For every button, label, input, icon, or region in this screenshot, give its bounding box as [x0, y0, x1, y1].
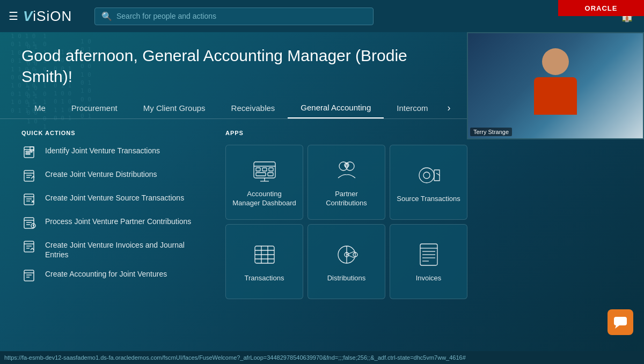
menu-icon[interactable]: ☰ — [9, 10, 19, 23]
accounting-dashboard-icon — [251, 157, 279, 184]
svg-rect-25 — [24, 270, 34, 281]
quick-actions-title: QUICK ACTIONS — [21, 130, 193, 136]
app-tile-accounting-dashboard[interactable]: Accounting Manager Dashboard — [225, 145, 303, 220]
svg-point-40 — [345, 163, 349, 167]
app-tile-label-5: Invoices — [416, 274, 442, 283]
topbar: ORACLE ☰ ViSiON 🔍 🏠 — [0, 0, 644, 32]
source-tx-icon — [21, 192, 39, 207]
quick-action-partner-contrib[interactable]: Process Joint Venture Partner Contributi… — [21, 216, 193, 231]
invoices-app-icon — [415, 241, 443, 269]
brand-name: ViSiON — [23, 8, 72, 25]
app-tile-label-0: Accounting Manager Dashboard — [232, 190, 296, 208]
svg-rect-33 — [269, 168, 273, 171]
accounting-icon — [21, 268, 39, 283]
quick-action-distributions[interactable]: Create Joint Venture Distributions — [21, 168, 193, 183]
person-silhouette — [523, 48, 588, 123]
app-tile-source-transactions[interactable]: Source Transactions — [390, 145, 467, 220]
svg-rect-35 — [268, 173, 273, 176]
svg-rect-14 — [24, 218, 34, 228]
content-grid: QUICK ACTIONS Identify Joint Venture Tra… — [0, 119, 644, 310]
tab-me[interactable]: Me — [21, 98, 58, 118]
chat-button[interactable] — [608, 309, 633, 335]
quick-actions-panel: QUICK ACTIONS Identify Joint Venture Tra… — [21, 130, 193, 299]
app-tile-invoices[interactable]: Invoices — [390, 224, 467, 299]
distributions-icon — [21, 168, 39, 183]
quick-action-source-tx[interactable]: Create Joint Venture Source Transactions — [21, 192, 193, 207]
quick-action-label-0: Identify Joint Venture Transactions — [45, 145, 160, 155]
video-person-label: Terry Strange — [470, 128, 512, 136]
tab-receivables[interactable]: Receivables — [218, 98, 288, 118]
app-tile-distributions[interactable]: Distributions — [308, 224, 385, 299]
tab-intercom[interactable]: Intercom — [384, 98, 441, 118]
quick-action-label-2: Create Joint Venture Source Transactions — [45, 192, 184, 203]
svg-point-43 — [423, 172, 430, 179]
app-tile-label-3: Transactions — [245, 274, 284, 283]
svg-point-41 — [419, 168, 434, 183]
search-icon: 🔍 — [101, 11, 112, 21]
svg-rect-21 — [24, 241, 34, 252]
svg-rect-9 — [24, 194, 34, 205]
transactions-icon — [251, 241, 279, 269]
distributions-app-icon — [333, 241, 361, 269]
app-tile-partner-contributions[interactable]: Partner Contributions — [308, 145, 385, 220]
main-content: 1 0 1 00 1 0 11 0 0 10 1 1 01 1 0 00 0 1… — [0, 32, 644, 351]
video-bg — [468, 33, 643, 138]
source-transactions-icon — [415, 161, 443, 189]
app-tile-transactions[interactable]: Transactions — [225, 224, 303, 299]
quick-action-label-5: Create Accounting for Joint Ventures — [45, 268, 167, 279]
quick-action-label-1: Create Joint Venture Distributions — [45, 168, 157, 179]
person-head — [542, 48, 569, 75]
person-body — [534, 77, 577, 115]
quick-action-label-3: Process Joint Venture Partner Contributi… — [45, 216, 191, 226]
svg-rect-3 — [26, 153, 30, 154]
partner-contributions-icon — [333, 157, 361, 184]
svg-rect-32 — [262, 168, 267, 171]
search-input[interactable] — [116, 12, 367, 20]
partner-contrib-icon — [21, 216, 39, 231]
svg-rect-5 — [24, 170, 34, 181]
quick-action-invoices[interactable]: Create Joint Venture Invoices and Journa… — [21, 239, 193, 259]
app-tile-label-4: Distributions — [327, 274, 366, 283]
tab-general-accounting[interactable]: General Accounting — [288, 98, 384, 118]
app-tile-label-2: Source Transactions — [397, 195, 460, 204]
identify-icon — [21, 145, 39, 160]
invoices-qa-icon — [21, 239, 39, 254]
quick-action-identify[interactable]: Identify Joint Venture Transactions — [21, 145, 193, 160]
apps-section: APPS — [225, 130, 623, 299]
nav-next-icon[interactable]: › — [443, 98, 455, 118]
welcome-greeting: Good afternoon, General Accounting Manag… — [21, 45, 451, 87]
app-logo: ☰ ViSiON — [9, 8, 84, 25]
status-url: https://fa-esmb-dev12-saasfademo1.ds-fa.… — [4, 354, 466, 361]
chat-icon — [613, 315, 628, 330]
app-tile-label-1: Partner Contributions — [314, 190, 378, 208]
oracle-logo: ORACLE — [558, 0, 644, 16]
search-bar[interactable]: 🔍 — [94, 8, 374, 25]
video-overlay: Terry Strange — [467, 32, 644, 139]
tab-client-groups[interactable]: My Client Groups — [130, 98, 218, 118]
quick-action-accounting[interactable]: Create Accounting for Joint Ventures — [21, 268, 193, 283]
svg-rect-34 — [256, 173, 266, 176]
status-bar: https://fa-esmb-dev12-saasfademo1.ds-fa.… — [0, 351, 644, 364]
quick-action-label-4: Create Joint Venture Invoices and Journa… — [45, 239, 193, 259]
tab-procurement[interactable]: Procurement — [58, 98, 130, 118]
svg-rect-2 — [26, 151, 32, 152]
svg-rect-31 — [256, 168, 260, 171]
apps-grid: Accounting Manager Dashboard Partner Con… — [225, 145, 623, 299]
